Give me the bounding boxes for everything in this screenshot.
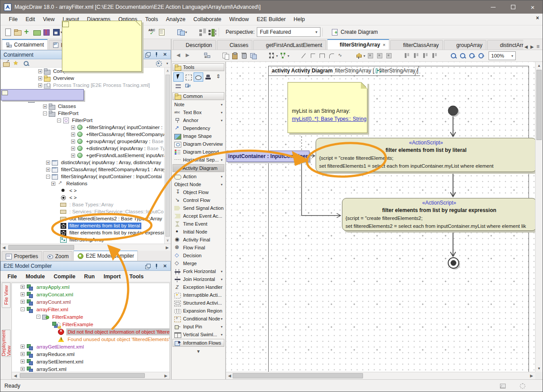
menu-item[interactable]: Window	[225, 14, 252, 24]
compiler-tree-row[interactable]: FilterExample	[12, 320, 169, 328]
diagram-tab[interactable]: groupArray	[444, 40, 486, 50]
expand-toggle[interactable]: +	[21, 367, 25, 371]
tree-row[interactable]: filter elements from list by regular exp…	[1, 229, 171, 236]
palette-item[interactable]: Merge▾	[172, 259, 225, 267]
action-filter-by-regex[interactable]: «ActionScript» filter elements from list…	[342, 198, 536, 231]
compiler-tree-row[interactable]: + arrayConcat.xml	[12, 291, 169, 298]
diagram-toolbar-button[interactable]: ▾	[468, 50, 476, 61]
pin-panel-icon[interactable]	[154, 264, 159, 269]
compiler-menu-item[interactable]: Module	[22, 272, 50, 281]
tree-row[interactable]: - filterStringArray( inputContainer : In…	[1, 173, 171, 180]
expand-toggle[interactable]: +	[21, 300, 25, 304]
compiler-menu-item[interactable]: Run	[80, 272, 99, 281]
diagram-tab[interactable]: Description	[173, 40, 216, 50]
compiler-tree-row[interactable]: + arraySort.xml	[12, 365, 169, 372]
diagram-tab[interactable]: filterStringArray×	[327, 39, 389, 50]
palette-item[interactable]: Horizontal Sep...▾	[172, 156, 225, 164]
close-button[interactable]: ×	[523, 0, 543, 14]
diagram-toolbar-button[interactable]: ▾	[176, 50, 184, 61]
note-link[interactable]: myList[0..*]: Base Types:: String	[292, 116, 367, 122]
compiler-tree-row[interactable]: - arrayFilter.xml	[12, 306, 169, 313]
stamp-tool-button[interactable]	[203, 72, 213, 82]
perspective-select[interactable]: Full Featured▾	[257, 27, 320, 37]
expand-toggle[interactable]: +	[38, 76, 42, 80]
toolbar-button[interactable]: ▾	[42, 27, 51, 37]
containment-vertical-scrollbar[interactable]: ∧∨	[164, 68, 171, 244]
diagram-toolbar-button[interactable]: ▾	[376, 50, 384, 61]
toolbar-button[interactable]: ▾	[188, 27, 197, 37]
diagram-toolbar-button[interactable]: ▾	[268, 50, 278, 61]
bottom-panel-tab[interactable]: Properties	[2, 251, 42, 261]
diagram-canvas[interactable]: activity Activity Diagram filterStringAr…	[226, 62, 543, 379]
dropdown-caret-icon[interactable]: ▾	[221, 158, 223, 162]
diagram-toolbar-button[interactable]: ▾	[318, 50, 327, 61]
compiler-menu-item[interactable]: File	[3, 272, 22, 281]
compiler-menu-item[interactable]: Import	[99, 272, 125, 281]
dropdown-caret-icon[interactable]: ▾	[221, 333, 223, 337]
compiler-tree-row[interactable]: Did not find object information of objec…	[12, 328, 169, 335]
search-icon[interactable]	[23, 61, 30, 66]
object-node-inputcontainer[interactable]: inputContainer : InputContainer	[227, 151, 309, 162]
tree-row[interactable]: + +distinctArray( inputArray : Base Type…	[1, 145, 171, 152]
toolbar-button[interactable]: ▾	[23, 27, 32, 37]
expand-toggle[interactable]: -	[21, 307, 25, 311]
float-panel-icon[interactable]	[145, 52, 150, 57]
scrollbar-thumb[interactable]	[20, 373, 145, 378]
scroll-right-icon[interactable]: ▶	[162, 374, 169, 378]
scroll-right-icon[interactable]: ▶	[528, 374, 535, 378]
zoom-level-select[interactable]: 100%▾	[489, 51, 516, 60]
dropdown-caret-icon[interactable]: ▾	[221, 277, 223, 281]
menu-item[interactable]: Edit	[22, 14, 39, 24]
diagram-toolbar-button[interactable]: ▾	[249, 50, 258, 61]
palette-item[interactable]: Note▾	[172, 101, 225, 108]
vertical-split-tool-button[interactable]	[213, 72, 223, 82]
dropdown-caret-icon[interactable]: ▾	[221, 103, 223, 107]
menu-item[interactable]: Tools	[141, 14, 162, 24]
palette-header-tools[interactable]: Tools	[173, 63, 224, 71]
tree-row[interactable]: + Overview	[1, 75, 171, 82]
diagram-toolbar-button[interactable]: ▾	[477, 50, 485, 61]
expand-toggle[interactable]: +	[71, 147, 75, 151]
expand-toggle[interactable]: +	[21, 292, 25, 296]
close-panel-icon[interactable]	[163, 52, 168, 57]
diagram-toolbar-button[interactable]: ▾	[450, 50, 458, 61]
compiler-menu-item[interactable]: Tools	[125, 272, 148, 281]
favorites-icon[interactable]	[13, 61, 20, 66]
expand-toggle[interactable]: -	[43, 111, 47, 115]
toolbar-button[interactable]: ▾	[13, 27, 22, 37]
menu-item[interactable]: View	[39, 14, 59, 24]
palette-item[interactable]: Action▾	[172, 173, 225, 180]
containment-horizontal-scrollbar[interactable]: ◀ ▶	[0, 244, 171, 251]
palette-item[interactable]: Time Event▾	[172, 220, 225, 228]
expand-toggle[interactable]: -	[46, 175, 50, 179]
compiler-horizontal-scrollbar[interactable]: ◀ ▶	[12, 372, 169, 379]
tree-row[interactable]: filterStringArray	[1, 236, 171, 243]
expand-toggle[interactable]: +	[46, 161, 50, 165]
canvas-horizontal-scrollbar[interactable]: ◀ ▶	[226, 372, 535, 379]
compiler-tree-row[interactable]: + arrayReduce.xml	[12, 350, 169, 358]
palette-item[interactable]: Interruptible Acti...▾	[172, 291, 225, 299]
tree-row[interactable]: + +filterClassArray( filteredCompanyArra…	[1, 131, 171, 138]
toolbar-button[interactable]: ▾	[167, 27, 176, 37]
palette-item[interactable]: Activity Final▾	[172, 236, 225, 244]
compiler-tree-row[interactable]: + arrayGetElement.xml	[12, 343, 169, 350]
toolbar-button[interactable]: ▾	[32, 27, 41, 37]
tree-row[interactable]: : Services::FilterService::Classes::Inpu…	[1, 208, 171, 215]
diagram-toolbar-button[interactable]: ▾	[459, 50, 467, 61]
palette-item[interactable]: Flow Final▾	[172, 244, 225, 252]
tree-row[interactable]: out filteredElements2 : Base Types::Arra…	[1, 215, 171, 222]
tab-scroll-left-icon[interactable]: ◀	[525, 44, 528, 49]
tree-row[interactable]: : Base Types::Array	[1, 201, 171, 208]
palette-header-common[interactable]: Common	[173, 92, 224, 100]
diagram-toolbar-button[interactable]: ▾	[194, 50, 202, 61]
dropdown-caret-icon[interactable]: ▾	[221, 175, 223, 179]
diagram-tab[interactable]: distinctArray	[487, 40, 523, 50]
diagram-toolbar-button[interactable]: ▾	[212, 50, 221, 61]
action-filter-by-literal[interactable]: «ActionScript» filter elements from list…	[316, 138, 536, 172]
diagram-tab[interactable]: Classes	[217, 40, 252, 50]
left-panel-tab[interactable]: Containment	[2, 39, 48, 50]
gear-caret-icon[interactable]: ▾	[166, 61, 168, 65]
diagram-tab[interactable]: getFirstAndLastElement	[253, 40, 326, 50]
dropdown-caret-icon[interactable]: ▾	[221, 111, 223, 115]
diagram-toolbar-button[interactable]: ▾	[413, 50, 421, 61]
